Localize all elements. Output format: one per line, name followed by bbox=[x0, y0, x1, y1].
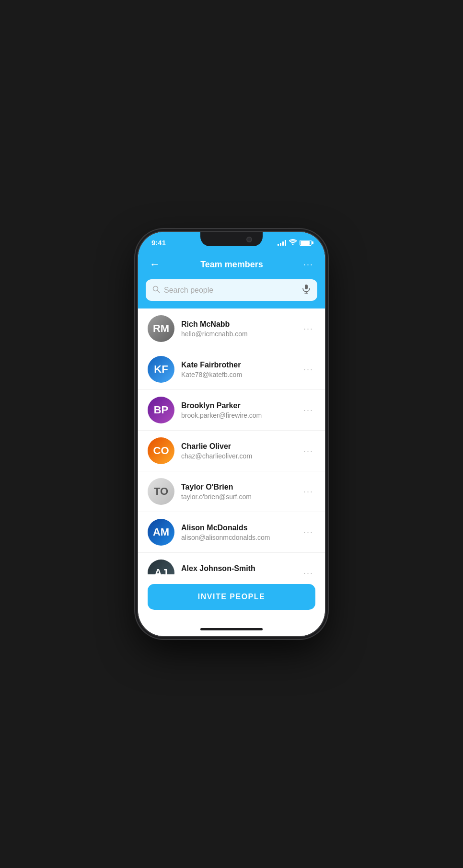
member-name: Alison McDonalds bbox=[181, 524, 295, 532]
screen: 9:41 ← Team members ··· bbox=[138, 232, 325, 636]
phone-frame: 9:41 ← Team members ··· bbox=[138, 232, 325, 636]
avatar: BP bbox=[148, 397, 174, 423]
member-more-button[interactable]: ··· bbox=[301, 322, 315, 336]
member-info: Rich McNabb hello@ricmcnabb.com bbox=[181, 320, 295, 338]
list-item: TO Taylor O'Brien taylor.o'brien@surf.co… bbox=[138, 471, 325, 512]
member-info: Brooklyn Parker brook.parker@firewire.co… bbox=[181, 401, 295, 419]
member-email: Kate78@katefb.com bbox=[181, 371, 295, 378]
members-list: RM Rich McNabb hello@ricmcnabb.com ··· K… bbox=[138, 308, 325, 574]
back-button[interactable]: ← bbox=[148, 256, 162, 273]
notch bbox=[200, 232, 263, 246]
member-info: Alex Johnson-Smith alex.j.smith@gmail.co… bbox=[181, 564, 295, 575]
member-name: Alex Johnson-Smith bbox=[181, 564, 295, 573]
member-more-button[interactable]: ··· bbox=[301, 444, 315, 458]
avatar: RM bbox=[148, 315, 174, 342]
member-info: Charlie Oliver chaz@charlieoliver.com bbox=[181, 442, 295, 460]
member-info: Kate Fairbrother Kate78@katefb.com bbox=[181, 361, 295, 378]
member-name: Rich McNabb bbox=[181, 320, 295, 329]
member-info: Taylor O'Brien taylor.o'brien@surf.com bbox=[181, 483, 295, 501]
member-email: brook.parker@firewire.com bbox=[181, 411, 295, 419]
member-more-button[interactable]: ··· bbox=[301, 485, 315, 499]
mic-icon[interactable] bbox=[302, 284, 311, 296]
member-name: Charlie Oliver bbox=[181, 442, 295, 451]
wifi-icon bbox=[289, 239, 297, 246]
member-email: hello@ricmcnabb.com bbox=[181, 330, 295, 338]
invite-people-button[interactable]: INVITE PEOPLE bbox=[148, 584, 315, 610]
member-more-button[interactable]: ··· bbox=[301, 566, 315, 575]
member-name: Taylor O'Brien bbox=[181, 483, 295, 491]
search-bar: Search people bbox=[138, 279, 325, 308]
list-item: CO Charlie Oliver chaz@charlieoliver.com… bbox=[138, 431, 325, 471]
status-time: 9:41 bbox=[151, 239, 166, 247]
member-email: alison@alisonmcdonalds.com bbox=[181, 534, 295, 541]
member-info: Alison McDonalds alison@alisonmcdonalds.… bbox=[181, 524, 295, 541]
camera bbox=[246, 237, 252, 242]
avatar: AM bbox=[148, 519, 174, 546]
header: ← Team members ··· bbox=[138, 251, 325, 279]
page-title: Team members bbox=[200, 260, 263, 270]
list-item: BP Brooklyn Parker brook.parker@firewire… bbox=[138, 390, 325, 431]
search-placeholder-text: Search people bbox=[164, 286, 298, 295]
list-item: KF Kate Fairbrother Kate78@katefb.com ··… bbox=[138, 349, 325, 390]
signal-icon bbox=[278, 240, 286, 246]
member-email: chaz@charlieoliver.com bbox=[181, 452, 295, 460]
member-name: Kate Fairbrother bbox=[181, 361, 295, 369]
list-item: AJ Alex Johnson-Smith alex.j.smith@gmail… bbox=[138, 553, 325, 574]
member-more-button[interactable]: ··· bbox=[301, 363, 315, 377]
avatar: AJ bbox=[148, 560, 174, 574]
member-more-button[interactable]: ··· bbox=[301, 403, 315, 417]
search-input-container[interactable]: Search people bbox=[146, 279, 317, 301]
member-more-button[interactable]: ··· bbox=[301, 525, 315, 539]
search-icon bbox=[152, 286, 160, 295]
home-bar bbox=[200, 628, 263, 630]
more-button[interactable]: ··· bbox=[301, 258, 315, 272]
invite-section: INVITE PEOPLE bbox=[138, 574, 325, 624]
list-item: RM Rich McNabb hello@ricmcnabb.com ··· bbox=[138, 308, 325, 349]
svg-rect-2 bbox=[305, 285, 308, 289]
member-email: taylor.o'brien@surf.com bbox=[181, 493, 295, 501]
avatar: KF bbox=[148, 356, 174, 383]
battery-icon bbox=[300, 240, 312, 246]
avatar: TO bbox=[148, 478, 174, 505]
status-icons bbox=[278, 239, 312, 246]
list-item: AM Alison McDonalds alison@alisonmcdonal… bbox=[138, 512, 325, 553]
home-indicator bbox=[138, 624, 325, 636]
avatar: CO bbox=[148, 437, 174, 464]
member-name: Brooklyn Parker bbox=[181, 401, 295, 410]
svg-line-1 bbox=[158, 290, 160, 293]
